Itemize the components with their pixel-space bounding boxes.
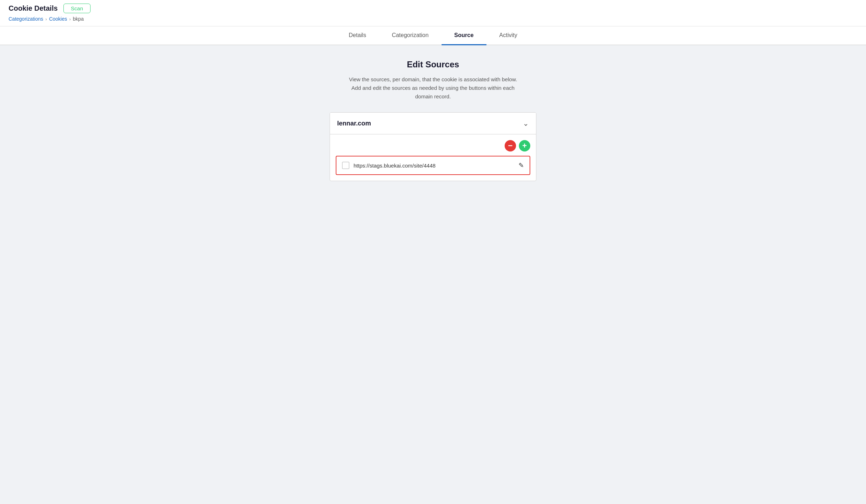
- add-source-button[interactable]: +: [519, 140, 530, 151]
- breadcrumb-sep-2: ›: [69, 16, 71, 22]
- remove-source-button[interactable]: −: [505, 140, 516, 151]
- source-row: https://stags.bluekai.com/site/4448 ✎: [336, 156, 530, 175]
- scan-button[interactable]: Scan: [63, 4, 91, 13]
- breadcrumb-current: bkpa: [73, 16, 84, 22]
- tabs-bar: Details Categorization Source Activity: [0, 26, 866, 45]
- action-row: − +: [336, 140, 530, 151]
- tab-categorization[interactable]: Categorization: [379, 26, 441, 45]
- section-title: Edit Sources: [407, 60, 459, 70]
- tab-details[interactable]: Details: [336, 26, 379, 45]
- chevron-down-icon: ⌄: [523, 119, 529, 128]
- breadcrumb-sep-1: ›: [45, 16, 47, 22]
- page-title: Cookie Details: [9, 4, 58, 12]
- source-url: https://stags.bluekai.com/site/4448: [354, 163, 514, 169]
- section-description: View the sources, per domain, that the c…: [344, 75, 522, 101]
- breadcrumb-categorizations[interactable]: Categorizations: [9, 16, 43, 22]
- tab-source[interactable]: Source: [442, 26, 486, 45]
- domain-card: lennar.com ⌄ − + https://stags.bluekai.c…: [330, 112, 536, 181]
- domain-body: − + https://stags.bluekai.com/site/4448 …: [330, 134, 536, 181]
- tab-activity[interactable]: Activity: [486, 26, 530, 45]
- edit-icon[interactable]: ✎: [519, 161, 524, 169]
- source-checkbox[interactable]: [342, 162, 349, 169]
- breadcrumb-cookies[interactable]: Cookies: [49, 16, 67, 22]
- main-content: Edit Sources View the sources, per domai…: [0, 45, 866, 195]
- breadcrumb: Categorizations › Cookies › bkpa: [9, 16, 857, 26]
- domain-header[interactable]: lennar.com ⌄: [330, 113, 536, 134]
- domain-name: lennar.com: [337, 120, 371, 127]
